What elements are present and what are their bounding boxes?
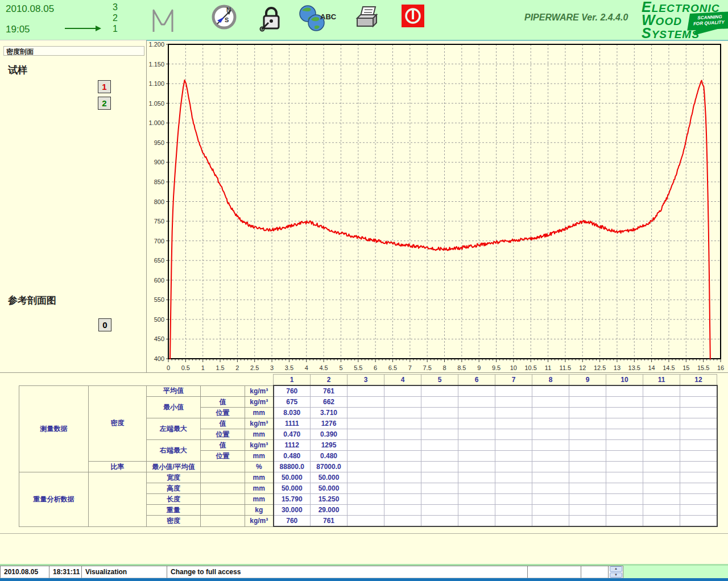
svg-text:8.5: 8.5 — [457, 364, 466, 371]
table-cell — [569, 440, 606, 451]
svg-text:3: 3 — [270, 364, 274, 371]
table-cell — [532, 505, 569, 516]
row-label: 重量 — [147, 505, 201, 516]
row-sublabel: 位置 — [201, 429, 245, 440]
table-cell — [421, 505, 458, 516]
table-cell — [680, 483, 717, 494]
column-header: 7 — [495, 375, 532, 386]
table-cell — [495, 516, 532, 527]
compass-icon[interactable]: N S — [210, 3, 238, 31]
table-cell — [384, 472, 421, 483]
sequence-2: 2 — [113, 13, 118, 23]
row-sublabel — [201, 494, 245, 505]
power-off-button[interactable] — [402, 5, 424, 27]
table-cell — [569, 494, 606, 505]
table-cell — [569, 505, 606, 516]
row-label: 长度 — [147, 494, 201, 505]
table-cell: 0.480 — [311, 451, 348, 462]
row-label: 右端最大 — [147, 440, 201, 462]
statusbar: 2010.08.05 18:31:11 Visualization Change… — [0, 566, 728, 578]
svg-text:15: 15 — [682, 364, 689, 371]
svg-text:7.5: 7.5 — [423, 364, 432, 371]
sample-2-button[interactable]: 2 — [98, 97, 111, 110]
svg-text:12: 12 — [579, 364, 586, 371]
column-header: 4 — [384, 375, 421, 386]
density-profile-chart: 1.2001.1501.1001.0501.000950900850800750… — [147, 40, 728, 373]
svg-text:2.5: 2.5 — [250, 364, 259, 371]
table-cell — [569, 451, 606, 462]
table-cell: 662 — [311, 397, 348, 408]
column-header: 3 — [348, 375, 384, 386]
sidebar: 密度剖面 试样 1 2 参考剖面图 0 — [0, 40, 147, 373]
column-header: 5 — [421, 375, 458, 386]
group-label: 测量数据 — [19, 385, 89, 472]
table-cell — [495, 494, 532, 505]
svg-text:14: 14 — [648, 364, 655, 371]
table-cell — [458, 472, 495, 483]
table-cell — [384, 505, 421, 516]
table-cell — [569, 429, 606, 440]
profile-m-icon[interactable] — [150, 6, 179, 34]
table-cell — [680, 451, 717, 462]
table-cell — [643, 440, 680, 451]
table-cell — [384, 418, 421, 429]
table-cell — [348, 472, 384, 483]
table-cell — [606, 494, 643, 505]
row-unit: mm — [245, 483, 274, 494]
table-cell — [458, 385, 495, 397]
table-cell: 760 — [274, 516, 311, 527]
spinner-down-button[interactable]: ▼ — [610, 572, 622, 578]
table-cell — [384, 385, 421, 397]
row-sublabel: 位置 — [201, 408, 245, 418]
table-cell — [569, 462, 606, 472]
lock-icon[interactable] — [258, 3, 283, 33]
column-header: 6 — [458, 375, 495, 386]
column-header: 2 — [311, 375, 348, 386]
svg-text:15.5: 15.5 — [697, 364, 709, 371]
table-cell — [384, 408, 421, 418]
status-empty-cell — [581, 566, 609, 578]
measurement-table-wrap: 123456789101112测量数据密度平均值kg/m³760761最小值值k… — [19, 374, 718, 527]
table-cell — [458, 451, 495, 462]
row-sublabel — [201, 505, 245, 516]
svg-text:3.5: 3.5 — [285, 364, 293, 371]
table-row: 测量数据密度平均值kg/m³760761 — [19, 385, 717, 397]
svg-text:1: 1 — [201, 364, 205, 371]
table-cell — [458, 397, 495, 408]
sequence-3: 3 — [113, 2, 118, 13]
table-cell: 1295 — [311, 440, 348, 451]
svg-text:700: 700 — [154, 238, 164, 244]
spinner-up-button[interactable]: ▲ — [610, 566, 622, 572]
table-cell — [606, 451, 643, 462]
table-cell — [680, 408, 717, 418]
svg-text:5: 5 — [339, 364, 342, 371]
svg-text:4.5: 4.5 — [319, 364, 328, 371]
svg-text:900: 900 — [154, 159, 164, 165]
table-cell — [532, 408, 569, 418]
table-cell — [532, 462, 569, 472]
table-cell — [569, 472, 606, 483]
print-icon[interactable] — [354, 5, 380, 31]
row-unit: kg/m³ — [245, 516, 274, 527]
svg-text:650: 650 — [154, 257, 164, 264]
table-cell — [532, 429, 569, 440]
sample-1-button[interactable]: 1 — [98, 80, 111, 93]
table-cell — [495, 408, 532, 418]
reference-profile-label: 参考剖面图 — [8, 294, 56, 307]
toolbar-time: 19:05 — [6, 24, 30, 35]
reference-0-button[interactable]: 0 — [98, 318, 111, 331]
table-cell — [606, 483, 643, 494]
table-cell — [348, 429, 384, 440]
svg-text:14.5: 14.5 — [663, 364, 675, 371]
table-cell — [569, 385, 606, 397]
status-empty-cell — [528, 566, 581, 578]
table-cell — [495, 440, 532, 451]
row-sublabel: 值 — [201, 397, 245, 408]
table-cell — [458, 483, 495, 494]
table-cell — [384, 440, 421, 451]
table-cell — [458, 516, 495, 527]
svg-text:0: 0 — [167, 364, 170, 371]
table-cell — [569, 397, 606, 408]
table-cell — [569, 418, 606, 429]
table-cell — [421, 472, 458, 483]
